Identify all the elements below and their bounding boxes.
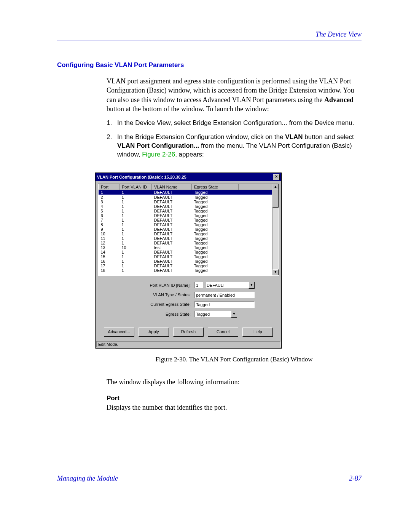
window-title: VLAN Port Configuration (Basic): 15.20.3… bbox=[97, 175, 186, 179]
col-vlan-name[interactable]: VLAN Name bbox=[152, 184, 192, 190]
port-vlan-name-dropdown[interactable]: DEFAULT ▼ bbox=[205, 282, 255, 289]
help-button[interactable]: Help bbox=[242, 328, 273, 337]
vertical-scrollbar[interactable]: ▲ ▼ bbox=[272, 184, 279, 275]
current-egress-state-label: Current Egress State: bbox=[113, 302, 192, 307]
table-row[interactable]: 171DEFAULTTagged bbox=[99, 264, 272, 268]
egress-state-value: Tagged bbox=[194, 311, 231, 317]
apply-button[interactable]: Apply bbox=[139, 328, 169, 337]
chevron-down-icon[interactable]: ▼ bbox=[249, 282, 255, 289]
port-vlan-id-label: Port VLAN ID [Name]: bbox=[113, 283, 192, 288]
close-icon[interactable]: ✕ bbox=[273, 174, 280, 180]
table-row[interactable]: 51DEFAULTTagged bbox=[99, 209, 272, 213]
step-item: 1.In the Device View, select Bridge Exte… bbox=[107, 119, 362, 128]
step-item: 2.In the Bridge Extension Configuration … bbox=[107, 133, 362, 159]
table-row[interactable]: 181DEFAULTTagged bbox=[99, 268, 272, 273]
table-row[interactable]: 101DEFAULTTagged bbox=[99, 232, 272, 236]
table-row[interactable]: 121DEFAULTTagged bbox=[99, 241, 272, 245]
table-row[interactable]: 161DEFAULTTagged bbox=[99, 259, 272, 264]
table-row[interactable]: 61DEFAULTTagged bbox=[99, 213, 272, 218]
advanced-button[interactable]: Advanced... bbox=[104, 328, 134, 337]
egress-state-dropdown[interactable]: Tagged ▼ bbox=[194, 311, 237, 318]
advanced-bold: Advanced bbox=[324, 96, 354, 104]
table-row[interactable]: 111DEFAULTTagged bbox=[99, 236, 272, 241]
vlan-type-status-field: permanent / Enabled bbox=[194, 292, 255, 298]
port-table-container: Port Port VLAN ID VLAN Name Egress State… bbox=[98, 184, 279, 276]
col-vlan-id[interactable]: Port VLAN ID bbox=[119, 184, 152, 190]
after-figure-text: The window displays the following inform… bbox=[107, 377, 362, 387]
scroll-thumb[interactable] bbox=[272, 190, 279, 208]
port-vlan-name-value: DEFAULT bbox=[205, 282, 249, 288]
col-port[interactable]: Port bbox=[99, 184, 119, 190]
figure-link[interactable]: Figure 2-26 bbox=[142, 151, 175, 158]
port-subheading: Port bbox=[107, 394, 362, 403]
table-row[interactable]: 21DEFAULTTagged bbox=[99, 195, 272, 200]
table-row[interactable]: 1310testTagged bbox=[99, 245, 272, 250]
scroll-down-icon[interactable]: ▼ bbox=[272, 269, 279, 275]
chevron-down-icon[interactable]: ▼ bbox=[231, 311, 237, 318]
section-heading: Configuring Basic VLAN Port Parameters bbox=[57, 61, 362, 69]
egress-state-label: Egress State: bbox=[113, 312, 192, 316]
header-rule bbox=[57, 40, 362, 40]
header-section: The Device View bbox=[57, 30, 362, 38]
status-bar: Edit Mode. bbox=[96, 341, 280, 347]
table-row[interactable]: 11DEFAULTTagged bbox=[99, 190, 272, 195]
table-row[interactable]: 141DEFAULTTagged bbox=[99, 250, 272, 254]
scroll-up-icon[interactable]: ▲ bbox=[272, 184, 279, 190]
page-number: 2-87 bbox=[349, 474, 362, 482]
refresh-button[interactable]: Refresh bbox=[173, 328, 204, 337]
figure-caption: Figure 2-30. The VLAN Port Configuration… bbox=[107, 355, 362, 364]
intro-paragraph: VLAN port assignment and egress state co… bbox=[107, 77, 362, 113]
current-egress-state-field: Tagged bbox=[194, 301, 255, 308]
port-table[interactable]: Port Port VLAN ID VLAN Name Egress State… bbox=[98, 184, 272, 273]
vlan-type-status-label: VLAN Type / Status: bbox=[113, 292, 192, 297]
titlebar[interactable]: VLAN Port Configuration (Basic): 15.20.3… bbox=[96, 173, 281, 181]
vlan-port-config-dialog: VLAN Port Configuration (Basic): 15.20.3… bbox=[95, 173, 282, 348]
col-egress-state[interactable]: Egress State bbox=[192, 184, 239, 190]
table-row[interactable]: 91DEFAULTTagged bbox=[99, 227, 272, 232]
table-row[interactable]: 31DEFAULTTagged bbox=[99, 200, 272, 204]
col-spacer bbox=[239, 184, 272, 190]
table-row[interactable]: 41DEFAULTTagged bbox=[99, 204, 272, 209]
table-row[interactable]: 81DEFAULTTagged bbox=[99, 222, 272, 227]
port-vlan-id-input[interactable]: 1 bbox=[194, 282, 203, 288]
footer-left: Managing the Module bbox=[57, 474, 118, 482]
table-row[interactable]: 151DEFAULTTagged bbox=[99, 254, 272, 259]
table-row[interactable]: 71DEFAULTTagged bbox=[99, 218, 272, 222]
port-description: Displays the number that identifies the … bbox=[107, 403, 362, 412]
cancel-button[interactable]: Cancel bbox=[208, 328, 238, 337]
